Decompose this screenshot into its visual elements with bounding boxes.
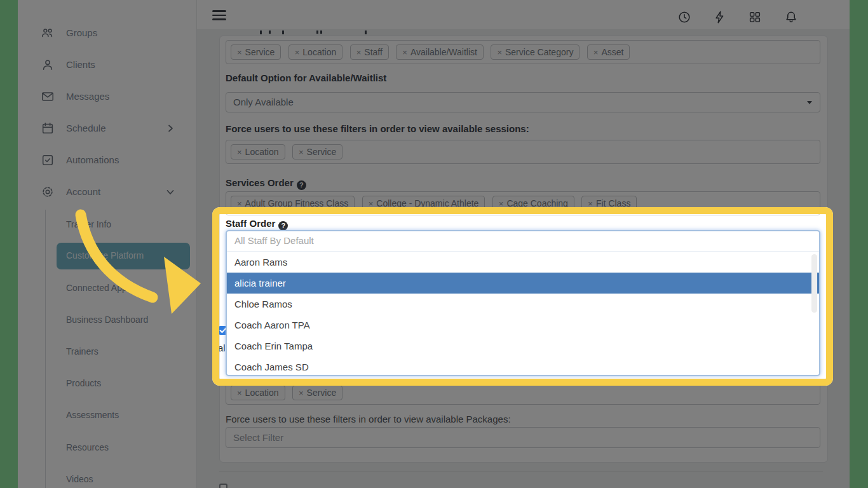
sidebar-subitem-trainer-info[interactable]: Trainer Info [57,215,190,234]
sidebar-item-label: Messages [66,91,109,102]
staff-order-search-input[interactable]: All Staff By Default [227,231,819,252]
sidebar-subitem-assessments[interactable]: Assessments [57,406,190,425]
force-packages-label: Force users to use these filters in orde… [226,414,511,424]
filter-tag[interactable]: ×Service Category [491,44,580,60]
subitem-label: Assessments [66,410,119,420]
subitem-label: Connected Apps [66,283,132,293]
dropdown-option[interactable]: Aaron Rams [227,252,819,273]
default-option-select[interactable]: Only Available [226,92,820,112]
filter-tag[interactable]: ×Service [292,385,342,400]
apps-grid-icon[interactable] [748,10,762,24]
force-sessions-label: Force users to use these filters in orde… [226,123,529,134]
packages-filter-input[interactable]: Select Filter [226,427,820,448]
tag-remove-icon[interactable]: × [588,199,593,208]
dropdown-option[interactable]: Coach Erin Tampa [227,336,819,356]
subitem-label: Customize Platform [66,250,144,261]
filter-tag[interactable]: ×Fit Class [581,196,637,211]
tag-label: College - Dynamic Athlete [376,198,478,208]
tag-remove-icon[interactable]: × [299,388,304,398]
sidebar-subitem-customize-platform[interactable]: Customize Platform [57,243,190,269]
filter-tag[interactable]: ×Adult Group Fitness Class [231,196,355,211]
tag-label: Location [245,388,279,398]
filter-tag[interactable]: ×Location [231,144,285,159]
chevron-right-icon [165,123,175,133]
filter-tag[interactable]: ×Asset [587,44,630,60]
hamburger-menu-icon[interactable] [212,10,226,20]
sidebar-subitem-business-dashboard[interactable]: Business Dashboard [57,311,190,330]
top-bar [197,0,850,29]
sidebar-item-label: Groups [66,27,97,38]
sidebar-subitem-connected-apps[interactable]: Connected Apps [57,279,190,298]
sidebar-subitem-trainers[interactable]: Trainers [57,342,190,362]
services-order-label: Services Order? [226,177,306,190]
section-divider [219,471,823,471]
dropdown-option[interactable]: Coach Aaron TPA [227,315,819,336]
subitem-label: Videos [66,474,93,484]
services-order-tagbox[interactable]: ×Adult Group Fitness Class ×College - Dy… [226,191,820,215]
tag-label: Cage Coaching [506,198,568,208]
subitem-label: Trainer Info [66,219,111,229]
filter-tag[interactable]: ×Available/Waitlist [396,44,484,60]
sidebar-item-clients[interactable]: Clients [18,55,197,74]
tag-remove-icon[interactable]: × [356,48,362,57]
sidebar-item-label: Account [66,186,100,197]
sidebar-item-account[interactable]: Account [18,182,197,201]
tag-remove-icon[interactable]: × [593,48,599,57]
subitem-label: Products [66,378,101,388]
filter-tag[interactable]: ×College - Dynamic Athlete [362,196,485,211]
tag-label: Service Category [505,47,573,57]
tag-remove-icon[interactable]: × [237,147,242,157]
filter-tag[interactable]: ×Location [288,44,343,60]
force-sessions-tagbox[interactable]: ×Location ×Service [226,140,820,164]
filter-tag[interactable]: ×Service [231,44,281,60]
tag-remove-icon[interactable]: × [499,199,504,208]
chevron-down-icon [165,187,175,197]
tag-label: Adult Group Fitness Class [245,198,349,208]
tag-remove-icon[interactable]: × [237,388,242,398]
tag-remove-icon[interactable]: × [497,48,502,57]
sidebar-item-label: Clients [66,59,95,70]
sidebar-item-schedule[interactable]: Schedule [18,119,197,138]
help-icon[interactable]: ? [278,221,288,231]
staff-order-label: Staff Order? [226,218,288,231]
select-caret-icon [807,101,812,104]
tag-label: Available/Waitlist [410,47,477,57]
page: { "ui": { "tag_remove": "×", "help_glyph… [0,0,868,488]
sidebar-item-label: Schedule [66,123,106,133]
sidebar-item-messages[interactable]: Messages [18,87,197,106]
tag-remove-icon[interactable]: × [369,199,374,208]
filter-tag[interactable]: ×Service [292,144,342,159]
tag-remove-icon[interactable]: × [299,147,304,157]
filter-tag[interactable]: ×Staff [350,44,389,60]
dropdown-option[interactable]: Coach James SD [227,356,819,377]
tag-remove-icon[interactable]: × [237,199,242,208]
envelope-icon [41,90,55,104]
tag-remove-icon[interactable]: × [402,48,407,57]
history-clock-icon[interactable] [677,10,691,24]
tag-remove-icon[interactable]: × [295,48,300,57]
notifications-bell-icon[interactable] [784,10,798,24]
sidebar-item-automations[interactable]: Automations [18,151,197,170]
sidebar-subitem-videos[interactable]: Videos [57,470,190,488]
staff-order-dropdown: All Staff By Default Aaron Rams alicia t… [226,230,820,376]
tag-label: Service [307,147,337,157]
page-background-left-strip [0,0,18,488]
help-icon[interactable]: ? [297,180,306,190]
dropdown-scrollbar-thumb[interactable] [811,254,817,313]
sidebar-item-label: Automations [66,154,119,165]
tag-remove-icon[interactable]: × [237,48,242,57]
sidebar-subitem-resources[interactable]: Resources [57,438,190,458]
sidebar-subitem-products[interactable]: Products [57,374,190,393]
subitem-label: Business Dashboard [66,315,148,325]
tag-label: Fit Class [596,198,630,208]
dropdown-option[interactable]: Chloe Ramos [227,294,819,315]
lightning-bolt-icon[interactable] [713,10,727,24]
tag-label: Location [302,47,336,57]
sidebar-item-groups[interactable]: Groups [18,24,197,43]
filter-tag[interactable]: ×Cage Coaching [492,196,574,211]
bottom-filter-tagbox[interactable]: ×Location ×Service [226,381,820,405]
filter-tag[interactable]: ×Location [231,385,285,400]
filters-tagbox[interactable]: ×Service ×Location ×Staff ×Available/Wai… [226,40,820,64]
partial-checkbox[interactable] [219,484,227,488]
dropdown-option-selected[interactable]: alicia trainer [227,273,819,294]
